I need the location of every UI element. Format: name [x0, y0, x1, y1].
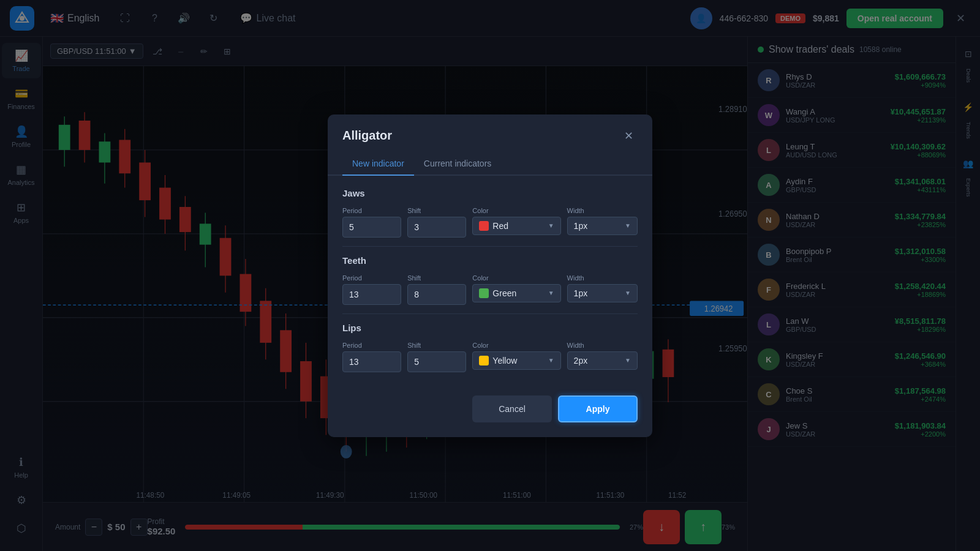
lips-period-label: Period — [342, 342, 401, 349]
jaws-shift-label: Shift — [407, 207, 466, 214]
modal-title: Alligator — [342, 129, 392, 143]
apply-button[interactable]: Apply — [558, 395, 638, 422]
teeth-section-title: Teeth — [342, 255, 638, 266]
teeth-shift-input[interactable] — [407, 284, 466, 305]
lips-width-chevron-icon: ▼ — [625, 357, 631, 364]
teeth-period-group: Period — [342, 274, 401, 305]
lips-width-group: Width 2px ▼ — [567, 342, 638, 372]
teeth-color-label: Color — [472, 274, 560, 282]
jaws-color-chevron-icon: ▼ — [548, 222, 554, 229]
jaws-form-row: Period Shift Color Red ▼ Width — [342, 207, 638, 238]
lips-section-title: Lips — [342, 323, 638, 333]
alligator-modal: Alligator ✕ New indicator Current indica… — [328, 114, 652, 437]
teeth-period-input[interactable] — [342, 284, 401, 305]
teeth-width-select[interactable]: 1px ▼ — [567, 284, 638, 302]
jaws-width-label: Width — [567, 207, 638, 214]
jaws-color-value: Red — [492, 221, 544, 231]
lips-width-select[interactable]: 2px ▼ — [567, 351, 638, 370]
jaws-period-group: Period — [342, 207, 401, 238]
teeth-color-dot — [479, 288, 489, 298]
teeth-period-label: Period — [342, 274, 401, 282]
separator-2 — [342, 313, 638, 314]
lips-color-dot — [479, 356, 489, 365]
lips-period-group: Period — [342, 342, 401, 372]
modal-close-button[interactable]: ✕ — [619, 127, 638, 145]
jaws-color-dot — [479, 221, 489, 231]
teeth-color-select[interactable]: Green ▼ — [472, 284, 560, 302]
lips-color-chevron-icon: ▼ — [548, 357, 554, 364]
teeth-color-group: Color Green ▼ — [472, 274, 560, 305]
jaws-width-chevron-icon: ▼ — [625, 222, 631, 229]
lips-width-label: Width — [567, 342, 638, 349]
jaws-color-select[interactable]: Red ▼ — [472, 217, 560, 235]
modal-overlay: Alligator ✕ New indicator Current indica… — [0, 0, 980, 551]
lips-width-value: 2px — [574, 356, 622, 365]
jaws-shift-input[interactable] — [407, 217, 466, 238]
lips-shift-label: Shift — [407, 342, 466, 349]
teeth-width-label: Width — [567, 274, 638, 282]
jaws-color-group: Color Red ▼ — [472, 207, 560, 238]
modal-tabs: New indicator Current indicators — [328, 152, 652, 176]
teeth-form-row: Period Shift Color Green ▼ Width — [342, 274, 638, 305]
jaws-width-value: 1px — [574, 221, 622, 231]
cancel-button[interactable]: Cancel — [472, 395, 552, 422]
lips-color-select[interactable]: Yellow ▼ — [472, 351, 560, 370]
lips-period-input[interactable] — [342, 351, 401, 372]
teeth-color-chevron-icon: ▼ — [548, 290, 554, 296]
modal-footer: Cancel Apply — [328, 395, 652, 437]
jaws-section-title: Jaws — [342, 188, 638, 198]
jaws-period-input[interactable] — [342, 217, 401, 238]
jaws-shift-group: Shift — [407, 207, 466, 238]
jaws-width-select[interactable]: 1px ▼ — [567, 217, 638, 235]
teeth-width-chevron-icon: ▼ — [625, 290, 631, 296]
lips-form-row: Period Shift Color Yellow ▼ Width — [342, 342, 638, 372]
separator-1 — [342, 246, 638, 247]
jaws-width-group: Width 1px ▼ — [567, 207, 638, 238]
tab-current-indicators[interactable]: Current indicators — [414, 152, 502, 176]
tab-new-indicator[interactable]: New indicator — [342, 152, 414, 176]
lips-color-group: Color Yellow ▼ — [472, 342, 560, 372]
teeth-shift-label: Shift — [407, 274, 466, 282]
teeth-shift-group: Shift — [407, 274, 466, 305]
modal-body: Jaws Period Shift Color Red ▼ — [328, 176, 652, 395]
teeth-width-group: Width 1px ▼ — [567, 274, 638, 305]
jaws-color-label: Color — [472, 207, 560, 214]
modal-header: Alligator ✕ — [328, 114, 652, 145]
lips-color-label: Color — [472, 342, 560, 349]
lips-color-value: Yellow — [492, 356, 544, 365]
teeth-color-value: Green — [492, 288, 544, 298]
teeth-width-value: 1px — [574, 288, 622, 298]
lips-shift-input[interactable] — [407, 351, 466, 372]
jaws-period-label: Period — [342, 207, 401, 214]
lips-shift-group: Shift — [407, 342, 466, 372]
